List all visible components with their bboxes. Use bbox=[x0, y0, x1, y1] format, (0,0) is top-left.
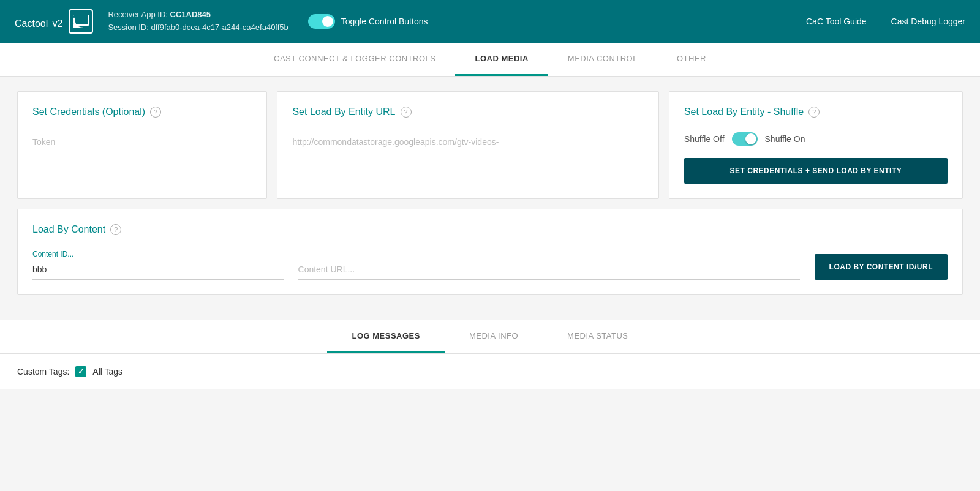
card-entity-url: Set Load By Entity URL ? bbox=[277, 91, 658, 199]
load-by-content-help-icon[interactable]: ? bbox=[110, 224, 121, 235]
content-url-input[interactable] bbox=[298, 260, 800, 280]
bottom-section: LOG MESSAGES MEDIA INFO MEDIA STATUS Cus… bbox=[0, 320, 980, 389]
main-content: Set Credentials (Optional) ? Set Load By… bbox=[0, 77, 980, 320]
content-id-group: Content ID... bbox=[32, 250, 284, 280]
custom-tags-row: Custom Tags: All Tags bbox=[17, 366, 963, 377]
card-load-by-content-title: Load By Content ? bbox=[32, 224, 948, 235]
tab-media-status[interactable]: MEDIA STATUS bbox=[543, 320, 652, 353]
entity-url-help-icon[interactable]: ? bbox=[401, 107, 412, 118]
entity-shuffle-help-icon[interactable]: ? bbox=[809, 107, 820, 118]
tab-cast-connect[interactable]: CAST CONNECT & LOGGER CONTROLS bbox=[254, 43, 455, 76]
tab-media-control[interactable]: MEDIA CONTROL bbox=[548, 43, 657, 76]
custom-tags-label: Custom Tags: bbox=[17, 367, 69, 377]
all-tags-checkbox[interactable] bbox=[75, 366, 86, 377]
cards-row: Set Credentials (Optional) ? Set Load By… bbox=[17, 91, 963, 199]
shuffle-on-label: Shuffle On bbox=[765, 134, 805, 144]
token-input[interactable] bbox=[32, 132, 252, 152]
card-credentials-title: Set Credentials (Optional) ? bbox=[32, 107, 252, 118]
cast-debug-logger-link[interactable]: Cast Debug Logger bbox=[891, 17, 965, 26]
tab-media-info[interactable]: MEDIA INFO bbox=[445, 320, 543, 353]
content-url-group bbox=[298, 260, 800, 280]
app-title: Cactool v2 bbox=[15, 12, 62, 31]
shuffle-toggle[interactable] bbox=[732, 132, 758, 146]
bottom-tabs-bar: LOG MESSAGES MEDIA INFO MEDIA STATUS bbox=[0, 320, 980, 354]
content-inputs-row: Content ID... LOAD BY CONTENT ID/URL bbox=[32, 250, 948, 280]
set-credentials-send-load-entity-button[interactable]: SET CREDENTIALS + SEND LOAD BY ENTITY bbox=[684, 158, 948, 184]
all-tags-label: All Tags bbox=[92, 367, 123, 377]
shuffle-toggle-row: Shuffle Off Shuffle On bbox=[684, 132, 948, 146]
card-credentials: Set Credentials (Optional) ? bbox=[17, 91, 267, 199]
toggle-control-button[interactable] bbox=[308, 14, 335, 29]
card-entity-shuffle: Set Load By Entity - Shuffle ? Shuffle O… bbox=[669, 91, 963, 199]
toggle-control-label: Toggle Control Buttons bbox=[341, 17, 428, 26]
app-logo: Cactool v2 bbox=[15, 9, 93, 34]
cac-tool-guide-link[interactable]: CaC Tool Guide bbox=[806, 17, 867, 26]
tab-load-media[interactable]: LOAD MEDIA bbox=[455, 43, 548, 76]
entity-url-input[interactable] bbox=[292, 132, 643, 152]
toggle-control-area: Toggle Control Buttons bbox=[308, 14, 428, 29]
app-header: Cactool v2 Receiver App ID: CC1AD845 Ses… bbox=[0, 0, 980, 43]
tab-other[interactable]: OTHER bbox=[657, 43, 726, 76]
content-id-label: Content ID... bbox=[32, 250, 284, 258]
header-nav: CaC Tool Guide Cast Debug Logger bbox=[806, 17, 965, 26]
svg-point-1 bbox=[74, 25, 77, 28]
cast-icon bbox=[69, 9, 93, 34]
session-info: Receiver App ID: CC1AD845 Session ID: df… bbox=[108, 9, 288, 34]
card-load-by-content: Load By Content ? Content ID... LOAD BY … bbox=[17, 209, 963, 295]
load-by-content-button[interactable]: LOAD BY CONTENT ID/URL bbox=[815, 254, 948, 280]
tab-log-messages[interactable]: LOG MESSAGES bbox=[327, 320, 444, 353]
card-entity-shuffle-title: Set Load By Entity - Shuffle ? bbox=[684, 107, 948, 118]
content-id-input[interactable] bbox=[32, 260, 284, 280]
shuffle-off-label: Shuffle Off bbox=[684, 134, 725, 144]
bottom-content: Custom Tags: All Tags bbox=[0, 354, 980, 389]
main-tabs-bar: CAST CONNECT & LOGGER CONTROLS LOAD MEDI… bbox=[0, 43, 980, 77]
card-entity-url-title: Set Load By Entity URL ? bbox=[292, 107, 643, 118]
credentials-help-icon[interactable]: ? bbox=[150, 107, 161, 118]
